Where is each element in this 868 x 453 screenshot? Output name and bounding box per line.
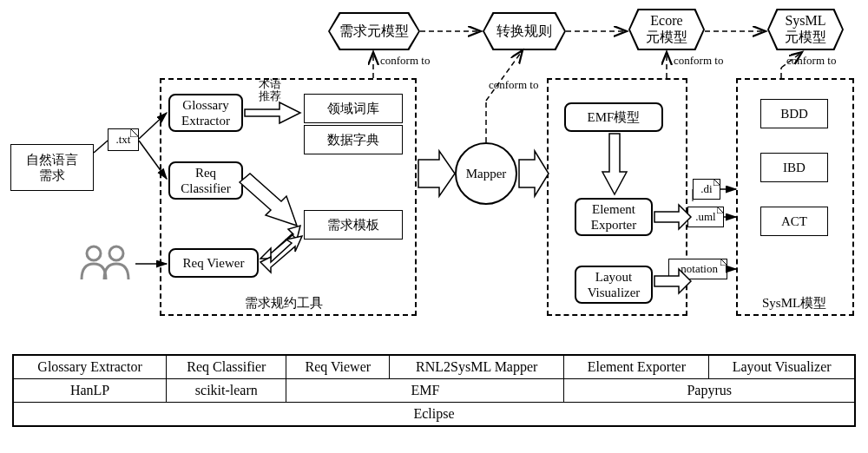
data-dict-box: 数据字典	[304, 125, 403, 154]
conform-label-4: conform to	[786, 54, 836, 68]
di-label: .di	[700, 182, 712, 196]
cell-rv: Req Viewer	[286, 355, 390, 379]
note-di: .di	[693, 179, 720, 200]
req-metamodel-label: 需求元模型	[339, 23, 409, 41]
mapper-circle: Mapper	[455, 142, 517, 205]
cell-ee: Element Exporter	[564, 355, 709, 379]
cell-eclipse: Eclipse	[13, 403, 855, 427]
arrows-svg	[7, 7, 861, 363]
table-row: Glossary Extractor Req Classifier Req Vi…	[13, 355, 855, 379]
req-spec-caption: 需求规约工具	[245, 295, 323, 312]
ecore-l2: 元模型	[646, 29, 687, 47]
cell-rc: Req Classifier	[167, 355, 286, 379]
sysml-caption: SysML模型	[762, 295, 826, 312]
txt-ext-label: .txt	[116, 133, 131, 147]
cell-ge: Glossary Extractor	[13, 355, 167, 379]
mapper-label: Mapper	[466, 167, 507, 181]
cell-lv: Layout Visualizer	[709, 355, 855, 379]
emf-model-box: EMF模型	[564, 102, 663, 132]
svg-point-0	[87, 246, 101, 260]
svg-point-1	[109, 246, 123, 260]
req-viewer-box: Req Viewer	[168, 248, 259, 278]
nl-req-l1: 自然语言	[26, 152, 78, 167]
term-rec-label: 术语 推荐	[259, 78, 281, 103]
cell-emf: EMF	[286, 379, 564, 403]
nl-req-l2: 需求	[39, 167, 65, 183]
nl-requirements-box: 自然语言 需求	[10, 144, 94, 191]
conform-label-1: conform to	[380, 54, 430, 68]
element-exporter-box: Element Exporter	[575, 198, 653, 236]
note-notation: .notation	[668, 259, 727, 279]
domain-lexicon-box: 领域词库	[304, 94, 403, 123]
svg-line-12	[94, 141, 108, 153]
cell-mapper: RNL2SysML Mapper	[390, 355, 564, 379]
diagram-canvas: 需求元模型 转换规则 Ecore 元模型 SysML 元模型 conform t…	[7, 7, 861, 446]
users-icon	[76, 243, 137, 286]
note-uml: .uml	[687, 207, 724, 227]
sysml-meta-l1: SysML	[785, 13, 825, 29]
hex-req-metamodel: 需求元模型	[328, 12, 420, 50]
table-row: HanLP scikit-learn EMF Papyrus	[13, 379, 855, 403]
svg-line-7	[486, 50, 523, 101]
uml-label: .uml	[695, 210, 715, 224]
sysml-meta-l2: 元模型	[785, 29, 826, 47]
glossary-extractor-box: Glossary Extractor	[168, 94, 243, 132]
cell-hanlp: HanLP	[13, 379, 167, 403]
layout-visualizer-box: Layout Visualizer	[575, 266, 653, 304]
components-table: Glossary Extractor Req Classifier Req Vi…	[12, 354, 856, 427]
req-classifier-box: Req Classifier	[168, 161, 243, 200]
hex-transform-rule: 转换规则	[483, 12, 566, 50]
conform-label-2: conform to	[489, 78, 538, 92]
note-txt: .txt	[108, 128, 139, 151]
table-row: Eclipse	[13, 403, 855, 427]
ibd-box: IBD	[760, 153, 828, 182]
notation-label: .notation	[678, 262, 718, 276]
conform-label-3: conform to	[674, 54, 723, 68]
cell-papyrus: Papyrus	[564, 379, 855, 403]
hex-ecore-metamodel: Ecore 元模型	[628, 9, 705, 50]
cell-sklearn: scikit-learn	[167, 379, 286, 403]
hex-sysml-metamodel: SysML 元模型	[767, 9, 844, 50]
ecore-l1: Ecore	[650, 13, 682, 29]
act-box: ACT	[760, 207, 828, 236]
req-template-box: 需求模板	[304, 210, 403, 240]
transform-rule-label: 转换规则	[496, 23, 552, 41]
bdd-box: BDD	[760, 99, 828, 128]
